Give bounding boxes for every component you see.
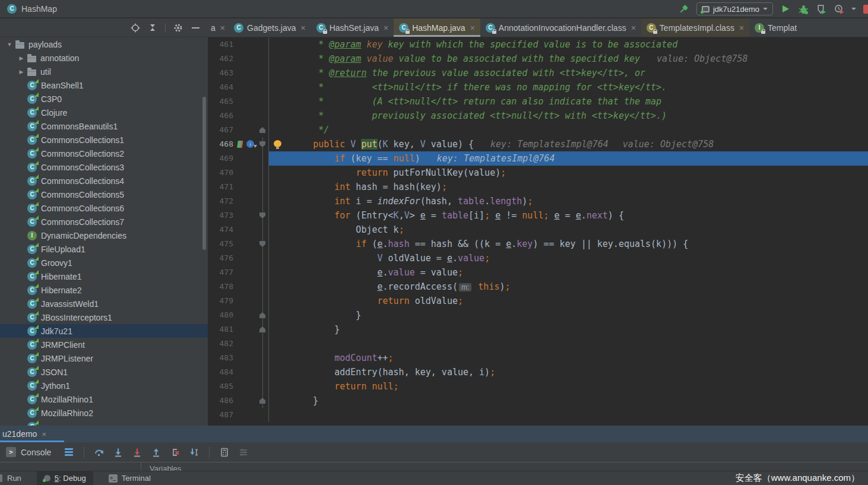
- tree-item-CommonsCollections2[interactable]: CCommonsCollections2: [0, 147, 208, 160]
- code-text[interactable]: * <tt>null</tt> if there was no mapping …: [268, 80, 868, 94]
- line-number[interactable]: 473: [208, 208, 236, 223]
- code-text[interactable]: Object k;: [268, 223, 868, 237]
- tree-item-Clojure[interactable]: CClojure: [0, 106, 208, 119]
- tree-scrollbar[interactable]: [202, 97, 206, 250]
- tab-Gadgets.java[interactable]: CGadgets.java×: [229, 18, 311, 37]
- line-number[interactable]: 487: [208, 408, 236, 422]
- code-text[interactable]: [268, 408, 868, 422]
- step-over-icon[interactable]: [91, 445, 107, 460]
- line-number[interactable]: 469: [208, 151, 236, 166]
- line-number[interactable]: 484: [208, 365, 236, 379]
- locate-icon[interactable]: [131, 23, 140, 33]
- tree-item-JavassistWeld1[interactable]: CJavassistWeld1: [0, 297, 208, 310]
- code-text[interactable]: * @param value value to be associated wi…: [268, 52, 868, 66]
- code-text[interactable]: }: [268, 308, 868, 322]
- tree-item-FileUpload1[interactable]: CFileUpload1: [0, 242, 208, 256]
- line-number[interactable]: 478: [208, 280, 236, 294]
- code-text[interactable]: */: [268, 123, 868, 137]
- tree-item-Groovy1[interactable]: CGroovy1: [0, 256, 208, 270]
- execution-point-icon[interactable]: ↓: [246, 140, 254, 148]
- stop-button[interactable]: [863, 5, 868, 14]
- line-number[interactable]: 468: [208, 137, 236, 151]
- tree-item-annotation[interactable]: ▶annotation: [0, 51, 208, 65]
- line-number[interactable]: 486: [208, 394, 236, 408]
- code-editor[interactable]: 461 * @param key key with which the spec…: [208, 37, 868, 426]
- tree-item-Hibernate1[interactable]: CHibernate1: [0, 270, 208, 283]
- line-number[interactable]: 483: [208, 351, 236, 365]
- tree-item-JRMPClient[interactable]: CJRMPClient: [0, 338, 208, 351]
- line-number[interactable]: 464: [208, 80, 236, 94]
- force-step-into-icon[interactable]: [129, 445, 145, 460]
- tree-item-util[interactable]: ▶util: [0, 65, 208, 78]
- fold-marker-icon[interactable]: [259, 312, 265, 318]
- code-text[interactable]: V oldValue = e.value;: [268, 251, 868, 265]
- step-out-icon[interactable]: [148, 445, 164, 460]
- code-text[interactable]: }: [268, 394, 868, 408]
- fold-marker-icon[interactable]: [259, 213, 265, 218]
- line-number[interactable]: 461: [208, 37, 236, 52]
- line-number[interactable]: 472: [208, 194, 236, 208]
- console-tab-label[interactable]: Console: [21, 448, 51, 457]
- debug-session-tab[interactable]: u21demo ×: [0, 429, 51, 439]
- fold-marker-icon[interactable]: [259, 326, 265, 332]
- tree-item-JBossInterceptors1[interactable]: CJBossInterceptors1: [0, 310, 208, 324]
- code-text[interactable]: * previously associated <tt>null</tt> wi…: [268, 109, 868, 123]
- line-number[interactable]: 476: [208, 251, 236, 265]
- line-number[interactable]: 479: [208, 294, 236, 308]
- step-into-icon[interactable]: [110, 445, 126, 460]
- fold-marker-icon[interactable]: [259, 127, 265, 133]
- code-text[interactable]: modCount++;: [268, 351, 868, 365]
- line-number[interactable]: 474: [208, 223, 236, 237]
- tree-item-CommonsCollections3[interactable]: CCommonsCollections3: [0, 160, 208, 174]
- close-tab-icon[interactable]: ×: [631, 23, 636, 33]
- chevron-right-icon[interactable]: ▶: [15, 69, 27, 75]
- close-icon[interactable]: ×: [42, 430, 46, 439]
- tree-item-CommonsCollections7[interactable]: CCommonsCollections7: [0, 215, 208, 229]
- code-text[interactable]: int i = indexFor(hash, table.length);: [268, 194, 868, 208]
- code-text[interactable]: int hash = hash(key);: [268, 180, 868, 194]
- tree-item-CommonsCollections6[interactable]: CCommonsCollections6: [0, 201, 208, 215]
- code-text[interactable]: if (e.hash == hash && ((k = e.key) == ke…: [268, 237, 868, 251]
- line-number[interactable]: 477: [208, 265, 236, 280]
- run-button[interactable]: [780, 4, 791, 14]
- code-text[interactable]: * @param key key with which the specifie…: [268, 37, 868, 52]
- line-number[interactable]: 475: [208, 237, 236, 251]
- tab-Templat[interactable]: ITemplat: [749, 18, 802, 37]
- fold-marker-icon[interactable]: [259, 241, 265, 247]
- fold-marker-icon[interactable]: [259, 141, 265, 147]
- profiler-chevron-icon[interactable]: [851, 8, 856, 10]
- line-number[interactable]: 462: [208, 52, 236, 66]
- run-toolwindow-button[interactable]: Run: [7, 474, 21, 483]
- tree-item-JSON1[interactable]: CJSON1: [0, 365, 208, 379]
- tree-item-CommonsCollections5[interactable]: CCommonsCollections5: [0, 188, 208, 201]
- line-number[interactable]: 485: [208, 379, 236, 394]
- fold-marker-icon[interactable]: [259, 398, 265, 404]
- hide-panel-icon[interactable]: [191, 23, 200, 33]
- toolwindow-icon[interactable]: [0, 474, 2, 482]
- tree-item-C3P0[interactable]: CC3P0: [0, 92, 208, 106]
- tree-item-BeanShell1[interactable]: CBeanShell1: [0, 78, 208, 92]
- line-number[interactable]: 465: [208, 94, 236, 109]
- profiler-button[interactable]: [834, 4, 844, 14]
- run-to-cursor-icon[interactable]: [186, 445, 202, 460]
- line-number[interactable]: 466: [208, 109, 236, 123]
- execution-line[interactable]: if (key == null)key: TemplatesImpl@764: [268, 151, 868, 166]
- tree-item-JRMPListener[interactable]: CJRMPListener: [0, 351, 208, 365]
- settings-sliders-icon[interactable]: [236, 445, 251, 460]
- tab-HashMap.java[interactable]: CHashMap.java×: [394, 18, 480, 37]
- run-config-select[interactable]: jdk7u21demo: [696, 2, 773, 15]
- line-number[interactable]: 463: [208, 66, 236, 80]
- terminal-toolwindow-button[interactable]: >_ Terminal: [109, 474, 151, 483]
- gear-icon[interactable]: [173, 23, 183, 33]
- line-number[interactable]: 480: [208, 308, 236, 322]
- line-number[interactable]: 482: [208, 337, 236, 351]
- tab-a[interactable]: a×: [208, 18, 229, 37]
- code-text[interactable]: public V put(K key, V value) {key: Templ…: [268, 137, 868, 151]
- line-number[interactable]: 481: [208, 322, 236, 337]
- code-text[interactable]: return putForNullKey(value);: [268, 166, 868, 180]
- evaluate-expression-icon[interactable]: [217, 445, 232, 460]
- tree-item-MozillaRhino1[interactable]: CMozillaRhino1: [0, 392, 208, 406]
- close-tab-icon[interactable]: ×: [220, 23, 225, 33]
- tree-item-CommonsBeanutils1[interactable]: CCommonsBeanutils1: [0, 119, 208, 133]
- tree-item-DynamicDependencies[interactable]: IDynamicDependencies: [0, 229, 208, 242]
